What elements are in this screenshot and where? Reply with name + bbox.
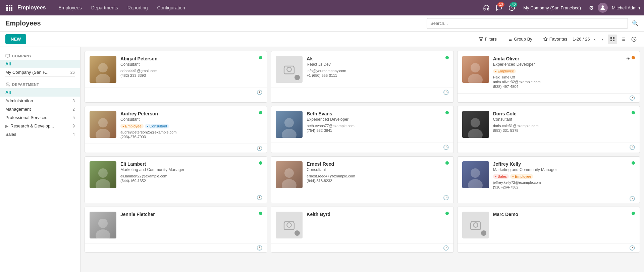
nav-configuration[interactable]: Configuration — [153, 0, 190, 15]
card-body: Jeffrey KellyMarketing and Community Man… — [458, 157, 640, 194]
action-bar: NEW Filters Group By Favorites 1-26 / 26… — [0, 32, 644, 47]
card-body: Audrey PetersonConsultantEmployeeConsult… — [85, 106, 267, 144]
filters-button[interactable]: Filters — [476, 35, 499, 43]
sidebar-company-mycompany[interactable]: My Company (San F... 26 — [0, 68, 80, 76]
employee-email: info@yourcompany.com — [307, 69, 448, 73]
sidebar-dept-professional-services[interactable]: Professional Services 5 — [0, 113, 80, 122]
clock-icon[interactable]: 🕐 — [443, 245, 449, 251]
svg-point-49 — [284, 168, 294, 178]
clock-icon[interactable]: 🕐 — [629, 196, 635, 201]
employee-tags: SalesEmployee — [493, 174, 635, 179]
nav-reporting[interactable]: Reporting — [123, 0, 153, 15]
company-name[interactable]: My Company (San Francisco) — [523, 5, 581, 10]
nav-departments[interactable]: Departments — [87, 0, 123, 15]
employee-name: Beth Evans — [307, 111, 448, 116]
card-footer: 🕐 — [458, 143, 640, 152]
employee-card[interactable]: Audrey PetersonConsultantEmployeeConsult… — [85, 106, 267, 153]
employee-name: Ak — [307, 56, 448, 61]
svg-rect-3 — [6, 7, 8, 9]
groupby-button[interactable]: Group By — [505, 35, 535, 43]
user-avatar[interactable] — [598, 3, 608, 13]
card-footer: 🕐 — [271, 243, 453, 252]
app-name: Employees — [17, 5, 46, 11]
list-view-button[interactable] — [619, 35, 628, 44]
clock-icon[interactable]: 🕐 — [257, 245, 262, 251]
next-page-button[interactable]: › — [599, 36, 605, 43]
clock-icon[interactable]: 🕐 — [629, 95, 635, 101]
employee-email: beth.evans77@example.com — [307, 124, 448, 128]
employee-card[interactable]: Marc Demo🕐 — [457, 207, 640, 253]
new-button[interactable]: NEW — [5, 34, 26, 44]
card-footer: 🕐 — [458, 194, 640, 203]
status-indicator — [445, 161, 449, 165]
sidebar-dept-administration[interactable]: Administration 3 — [0, 97, 80, 105]
card-footer: 🕐 — [85, 144, 267, 153]
employee-name: Ernest Reed — [307, 161, 448, 167]
clock-icon[interactable]: 🕐 — [629, 145, 635, 150]
svg-rect-20 — [613, 37, 614, 39]
svg-rect-7 — [9, 9, 10, 11]
sidebar-dept-management[interactable]: Management 2 — [0, 105, 80, 113]
prev-page-button[interactable]: ‹ — [592, 36, 598, 43]
headset-icon[interactable] — [481, 2, 492, 13]
employee-card[interactable]: Keith Byrd🕐 — [271, 207, 453, 253]
card-body: Jennie Fletcher — [85, 207, 267, 243]
employee-card[interactable]: Ernest ReedConsultanternest.reed47@examp… — [271, 156, 453, 203]
card-body: Abigail PetersonConsultantodoo4441@gmail… — [85, 51, 267, 88]
card-body: Eli LambertMarketing and Community Manag… — [85, 157, 267, 193]
clock-icon[interactable]: 🕐 — [257, 195, 262, 200]
card-footer: 🕐 — [271, 193, 453, 202]
company-section-title: COMPANY — [0, 51, 80, 60]
employee-card[interactable]: Jennie Fletcher🕐 — [85, 207, 267, 253]
employee-photo — [276, 161, 303, 188]
sidebar: COMPANY All My Company (San F... 26 DEPA… — [0, 47, 80, 272]
clock-icon[interactable]: 🕐 — [629, 245, 635, 251]
svg-point-55 — [287, 223, 291, 227]
employee-card[interactable]: Jeffrey KellyMarketing and Community Man… — [457, 156, 640, 203]
employee-info: AkReact Js Devinfo@yourcompany.com+1 (65… — [307, 56, 448, 83]
settings-icon[interactable]: ⚙ — [589, 5, 594, 11]
view-buttons — [608, 35, 639, 44]
card-footer: 🕐 — [458, 243, 640, 252]
messages-icon[interactable]: 13 — [494, 2, 504, 13]
nav-employees[interactable]: Employees — [54, 0, 86, 15]
employee-phone: (944)-518-8232 — [307, 179, 448, 183]
user-name[interactable]: Mitchell Admin — [612, 5, 640, 10]
search-input[interactable] — [427, 18, 628, 29]
employee-name: Abigail Peterson — [120, 56, 262, 61]
employee-card[interactable]: ✈ Anita OliverExperienced DeveloperEmplo… — [457, 51, 640, 103]
activity-view-button[interactable] — [629, 35, 639, 44]
employee-email: ernest.reed47@example.com — [307, 174, 448, 178]
pagination: 1-26 / 26 ‹ › — [573, 36, 605, 43]
sidebar-dept-sales[interactable]: Sales 4 — [0, 130, 80, 139]
favorites-button[interactable]: Favorites — [540, 35, 570, 43]
employee-job: Consultant — [120, 117, 262, 122]
clock-icon[interactable]: 🕐 — [443, 145, 449, 150]
clock-icon[interactable]: 🕐 — [257, 90, 262, 95]
employee-card[interactable]: Doris ColeConsultantdoris.cole31@example… — [457, 106, 640, 153]
activity-icon[interactable]: 40 — [506, 2, 517, 13]
card-grid: Abigail PetersonConsultantodoo4441@gmail… — [85, 51, 640, 253]
employee-photo — [462, 111, 489, 138]
sidebar-dept-research[interactable]: ▶ Research & Develop... 9 — [0, 122, 80, 130]
app-grid-icon[interactable] — [4, 2, 15, 13]
employee-job: Marketing and Community Manager — [120, 167, 262, 172]
search-icon[interactable]: 🔍 — [632, 20, 639, 26]
employee-email: doris.cole31@example.com — [493, 124, 635, 128]
page-title: Employees — [5, 19, 41, 27]
svg-marker-18 — [543, 37, 547, 41]
sidebar-company-all[interactable]: All — [0, 60, 80, 68]
employee-card[interactable]: Eli LambertMarketing and Community Manag… — [85, 156, 267, 203]
employee-card[interactable]: AkReact Js Devinfo@yourcompany.com+1 (65… — [271, 51, 453, 103]
employee-phone: (883)-331-5378 — [493, 128, 635, 132]
kanban-view-button[interactable] — [608, 35, 617, 44]
employee-info: Jeffrey KellyMarketing and Community Man… — [493, 161, 635, 189]
clock-icon[interactable]: 🕐 — [443, 195, 449, 200]
clock-icon[interactable]: 🕐 — [443, 90, 449, 95]
employee-card[interactable]: Beth EvansExperienced Developerbeth.evan… — [271, 106, 453, 153]
sidebar-dept-all[interactable]: All — [0, 88, 80, 97]
clock-icon[interactable]: 🕐 — [257, 146, 262, 151]
employee-card[interactable]: Abigail PetersonConsultantodoo4441@gmail… — [85, 51, 267, 103]
employee-name: Jeffrey Kelly — [493, 161, 635, 167]
pin-icon[interactable]: ✈ — [626, 56, 630, 61]
